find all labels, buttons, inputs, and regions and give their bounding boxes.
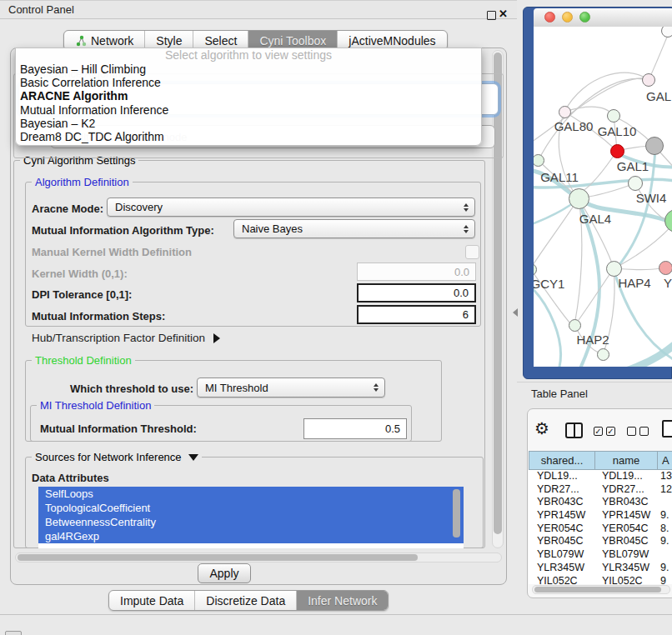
table-row[interactable]: YDR27...YDR27...12	[529, 483, 672, 497]
table-row[interactable]: YIL052CYIL052C9	[529, 575, 672, 585]
network-node[interactable]	[606, 261, 622, 277]
network-node[interactable]	[534, 154, 544, 167]
table-cell: YBL079W	[602, 548, 649, 562]
dpi-tolerance-value: 0.0	[454, 287, 469, 299]
tab-infer-network-label: Infer Network	[308, 594, 377, 608]
sources-title: Sources for Network Inference	[35, 451, 182, 463]
network-node[interactable]	[661, 27, 672, 38]
manual-kernel-checkbox[interactable]	[465, 245, 479, 259]
tab-cyni-toolbox-label: Cyni Toolbox	[259, 34, 326, 48]
network-node[interactable]	[610, 144, 624, 158]
table-row[interactable]: YDL19...YDL19...13	[529, 470, 672, 483]
node-label: Y	[664, 276, 672, 290]
table-cell: YLR345W	[602, 562, 649, 575]
table-horizontal-scrollbar-thumb[interactable]	[534, 587, 661, 592]
tab-select-label: Select	[204, 34, 237, 48]
aracne-mode-combo[interactable]: Discovery	[107, 198, 475, 217]
dropdown-item[interactable]: Bayesian – Hill Climbing	[16, 62, 481, 76]
attribute-item[interactable]: BetweennessCentrality	[38, 515, 464, 529]
splitter-collapse-icon[interactable]	[509, 308, 518, 317]
network-window-titlebar[interactable]	[534, 8, 672, 28]
data-attributes-label: Data Attributes	[32, 472, 109, 484]
tab-impute-data[interactable]: Impute Data	[109, 591, 194, 610]
mi-steps-input[interactable]: 6	[357, 305, 476, 324]
apply-button-label: Apply	[209, 567, 238, 580]
tab-discretize-data[interactable]: Discretize Data	[194, 591, 296, 610]
node-label: GAL80	[554, 119, 594, 133]
attribute-list-scrollbar[interactable]	[453, 489, 460, 538]
table-row[interactable]: YBL079WYBL079W	[529, 548, 672, 562]
attribute-item[interactable]: gal4RGexp	[38, 529, 464, 543]
close-icon[interactable]: ✕	[499, 8, 508, 20]
network-node[interactable]	[628, 176, 643, 191]
table-cell: YDR27...	[602, 483, 644, 497]
dropdown-item[interactable]: Basic Correlation Inference	[16, 76, 481, 89]
table-cell: YBR043C	[602, 496, 649, 509]
network-node[interactable]	[569, 319, 581, 332]
columns-icon[interactable]	[565, 422, 583, 438]
apply-button[interactable]: Apply	[198, 563, 251, 583]
network-canvas[interactable]: GALGAL80GAL10GAL1GAL11SWI4GAL4GCY1HAP4YH…	[534, 27, 672, 367]
settings-horizontal-scrollbar-thumb[interactable]	[18, 554, 418, 561]
network-node[interactable]	[607, 109, 620, 122]
minimize-traffic-light[interactable]	[562, 12, 573, 22]
checked-checkbox-icon[interactable]: ✓	[606, 427, 615, 436]
network-node[interactable]	[642, 73, 655, 87]
aracne-mode-label: Aracne Mode:	[32, 202, 103, 215]
bottom-left-button[interactable]	[5, 631, 22, 635]
node-label: SWI4	[636, 191, 667, 205]
node-label: GCY1	[534, 277, 564, 291]
column-header-shared-name[interactable]: shared...	[529, 451, 595, 470]
column-header-partial[interactable]: A	[657, 451, 672, 470]
network-node[interactable]	[559, 106, 571, 118]
table-row[interactable]: YPR145WYPR145W9.	[529, 509, 672, 522]
table-cell: 9.	[660, 562, 669, 575]
network-node[interactable]	[659, 261, 672, 275]
file-export-icon[interactable]	[662, 420, 672, 438]
tab-infer-network[interactable]: Infer Network	[296, 591, 388, 610]
mi-algorithm-type-combo[interactable]: Naive Bayes	[233, 219, 475, 238]
table-panel-header: Table Panel	[517, 382, 672, 406]
network-icon	[75, 35, 87, 47]
table-row[interactable]: YBR045CYBR045C9.	[529, 535, 672, 548]
dropdown-item[interactable]: Mutual Information Inference	[16, 103, 481, 117]
mi-steps-label: Mutual Information Steps:	[32, 310, 165, 322]
unchecked-checkbox-icon[interactable]	[627, 427, 636, 436]
dpi-tolerance-input[interactable]: 0.0	[357, 283, 476, 302]
dropdown-item-selected[interactable]: ARACNE Algorithm	[16, 89, 481, 102]
network-node[interactable]	[645, 137, 664, 155]
gear-icon[interactable]: ⚙	[534, 420, 549, 437]
column-header-name[interactable]: name	[594, 451, 658, 470]
zoom-traffic-light[interactable]	[579, 12, 590, 22]
which-threshold-combo[interactable]: MI Threshold	[197, 378, 385, 398]
table-cell: YER054C	[537, 522, 584, 536]
which-threshold-label: Which threshold to use:	[70, 382, 193, 395]
stepper-arrows-icon	[464, 225, 469, 233]
dropdown-item[interactable]: Dream8 DC_TDC Algorithm	[16, 130, 481, 143]
mi-threshold-input[interactable]: 0.5	[303, 418, 407, 439]
checked-checkbox-icon[interactable]: ✓	[594, 427, 603, 436]
node-label: GAL1	[617, 159, 649, 173]
which-threshold-value: MI Threshold	[205, 382, 268, 394]
table-row[interactable]: YER054CYER054C8.	[529, 522, 672, 536]
table-cell: YER054C	[602, 522, 649, 536]
table-row[interactable]: YLR345WYLR345W9.	[529, 562, 672, 575]
mi-algorithm-type-label: Mutual Information Algorithm Type:	[32, 224, 214, 237]
sources-toggle[interactable]: Sources for Network Inference	[32, 451, 202, 463]
attribute-item[interactable]: SelfLoops	[38, 487, 464, 501]
float-window-icon[interactable]	[487, 11, 496, 20]
kernel-width-input[interactable]: 0.0	[357, 262, 476, 281]
table-rows: YDL19...YDL19...13YDR27...YDR27...12YBR0…	[529, 470, 672, 584]
column-header-label: name	[613, 454, 640, 467]
unchecked-checkbox-icon[interactable]	[639, 427, 649, 436]
close-traffic-light[interactable]	[544, 12, 555, 22]
attribute-item[interactable]: TopologicalCoefficient	[38, 501, 464, 515]
data-attributes-list: SelfLoops TopologicalCoefficient Between…	[38, 487, 464, 548]
table-cell: YLR345W	[537, 562, 584, 575]
kernel-width-label: Kernel Width (0,1):	[32, 268, 128, 280]
network-node[interactable]	[569, 188, 589, 209]
hub-definition-toggle[interactable]: Hub/Transcription Factor Definition	[32, 332, 220, 344]
network-node[interactable]	[597, 348, 609, 361]
table-row[interactable]: YBR043CYBR043C	[529, 496, 672, 509]
dropdown-item[interactable]: Bayesian – K2	[16, 117, 481, 130]
